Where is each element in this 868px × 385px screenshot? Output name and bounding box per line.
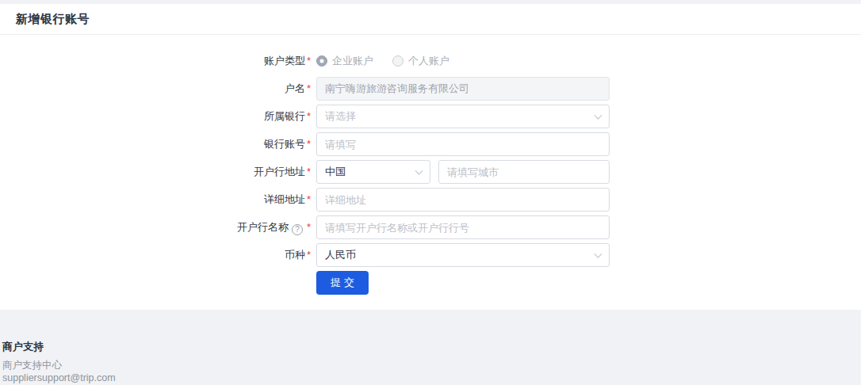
bank-account-form: 账户类型* 企业账户 个人账户 户名* 所属银行*: [0, 35, 861, 309]
page-header: 新增银行账号: [0, 4, 861, 35]
required-asterisk: *: [307, 249, 311, 261]
submit-row: 提交: [0, 271, 861, 295]
required-asterisk: *: [307, 55, 311, 67]
bank-account-label-text: 银行账号: [264, 138, 305, 150]
radio-corporate-account[interactable]: 企业账户: [316, 54, 373, 68]
bank-address-label: 开户行地址*: [0, 165, 311, 179]
chevron-down-icon: [595, 250, 602, 258]
required-asterisk: *: [307, 110, 311, 122]
required-asterisk: *: [307, 138, 311, 150]
required-asterisk: *: [307, 193, 311, 205]
country-select-value: 中国: [325, 165, 346, 179]
branch-name-control: [316, 215, 610, 239]
page-title: 新增银行账号: [16, 12, 90, 27]
bank-select[interactable]: 请选择: [316, 105, 610, 128]
question-mark-icon[interactable]: ?: [292, 224, 303, 235]
required-asterisk: *: [307, 166, 311, 177]
required-asterisk: *: [307, 221, 311, 233]
page-footer: 商户支持 商户支持中心 suppliersupport@trip.com: [0, 310, 861, 384]
form-row-account-name: 户名*: [0, 77, 861, 101]
radio-personal-account[interactable]: 个人账户: [392, 54, 449, 68]
city-input[interactable]: [438, 160, 610, 184]
branch-name-input[interactable]: [316, 215, 610, 239]
footer-support-email[interactable]: suppliersupport@trip.com: [2, 372, 861, 384]
detail-address-label-text: 详细地址: [264, 193, 305, 205]
account-name-label: 户名*: [0, 82, 311, 96]
account-name-input: [316, 77, 610, 101]
chevron-down-icon: [415, 167, 423, 175]
submit-button[interactable]: 提交: [316, 271, 369, 295]
currency-select[interactable]: 人民币: [316, 243, 610, 267]
footer-support-center: 商户支持中心: [2, 359, 861, 372]
account-type-label-text: 账户类型: [264, 55, 305, 67]
form-row-currency: 币种* 人民币: [0, 243, 861, 267]
form-row-bank-account: 银行账号*: [0, 132, 861, 156]
currency-label-text: 币种: [285, 249, 305, 261]
radio-personal-label: 个人账户: [408, 54, 449, 68]
account-name-label-text: 户名: [285, 82, 305, 94]
account-type-radio-group: 企业账户 个人账户: [316, 54, 468, 68]
footer-title: 商户支持: [2, 340, 861, 354]
account-type-label: 账户类型*: [0, 54, 311, 68]
branch-name-label-text: 开户行名称: [237, 221, 289, 233]
chevron-down-icon: [595, 112, 602, 120]
detail-address-label: 详细地址*: [0, 192, 311, 207]
country-select[interactable]: 中国: [316, 160, 430, 184]
form-row-detail-address: 详细地址*: [0, 188, 861, 212]
detail-address-control: [316, 188, 610, 212]
bank-label-text: 所属银行: [264, 110, 305, 122]
form-row-account-type: 账户类型* 企业账户 个人账户: [0, 49, 861, 73]
required-asterisk: *: [307, 82, 311, 94]
form-row-bank-address: 开户行地址* 中国: [0, 160, 861, 184]
form-row-bank: 所属银行* 请选择: [0, 105, 861, 128]
bank-account-control: [316, 132, 610, 156]
bank-label: 所属银行*: [0, 109, 311, 124]
account-name-control: [316, 77, 610, 101]
bank-select-placeholder: 请选择: [325, 109, 356, 124]
form-row-branch-name: 开户行名称?*: [0, 215, 861, 239]
radio-unchecked-icon: [392, 55, 403, 67]
bank-control: 请选择: [316, 105, 610, 128]
page: 新增银行账号 账户类型* 企业账户 个人账户 户名*: [0, 0, 861, 385]
radio-checked-icon: [316, 55, 327, 67]
bank-address-control: 中国: [316, 160, 610, 184]
bank-account-input[interactable]: [316, 132, 610, 156]
bank-account-label: 银行账号*: [0, 137, 311, 151]
bank-address-label-text: 开户行地址: [254, 166, 305, 177]
radio-corporate-label: 企业账户: [332, 54, 373, 68]
currency-select-value: 人民币: [325, 248, 356, 262]
currency-label: 币种*: [0, 248, 311, 262]
detail-address-input[interactable]: [316, 188, 610, 212]
currency-control: 人民币: [316, 243, 610, 267]
bottom-band: 商户支持 商户支持中心 suppliersupport@trip.com: [0, 310, 861, 385]
branch-name-label: 开户行名称?*: [0, 220, 311, 235]
